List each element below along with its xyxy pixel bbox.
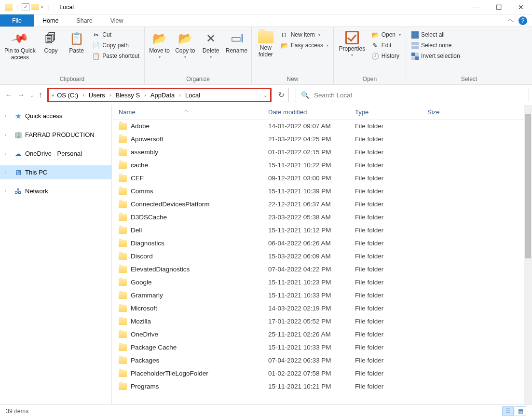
vertical-scrollbar[interactable]	[524, 105, 532, 404]
chevron-right-icon[interactable]: ›	[108, 92, 113, 98]
column-size[interactable]: Size	[427, 108, 485, 116]
breadcrumb-item[interactable]: AppData	[149, 92, 177, 99]
list-item[interactable]: Comms15-11-2021 10:39 PMFile folder	[112, 185, 532, 198]
list-body[interactable]: Adobe14-01-2022 09:07 AMFile folderApowe…	[112, 120, 532, 404]
expand-icon[interactable]: ›	[5, 170, 11, 175]
list-item[interactable]: Packages07-04-2022 06:33 PMFile folder	[112, 354, 532, 367]
list-item[interactable]: Package Cache15-11-2021 10:33 PMFile fol…	[112, 341, 532, 354]
address-dropdown-icon[interactable]: ⌄	[263, 93, 267, 98]
nav-up-button[interactable]: ↑	[39, 91, 42, 99]
list-item[interactable]: Programs15-11-2021 10:21 PMFile folder	[112, 380, 532, 393]
list-item[interactable]: assembly01-01-2022 02:15 PMFile folder	[112, 146, 532, 159]
edit-button[interactable]: ✎Edit	[369, 40, 403, 50]
expand-icon[interactable]: ›	[5, 188, 11, 194]
list-item[interactable]: Dell15-11-2021 10:12 PMFile folder	[112, 224, 532, 237]
tab-file[interactable]: File	[0, 14, 34, 27]
close-button[interactable]: ✕	[510, 0, 532, 14]
column-name[interactable]: Nameヘ	[112, 108, 268, 116]
breadcrumb-item[interactable]: Users	[87, 92, 107, 99]
list-item[interactable]: Grammarly15-11-2021 10:33 PMFile folder	[112, 289, 532, 302]
tree-this-pc[interactable]: ›🖥This PC	[0, 165, 111, 179]
breadcrumb-current[interactable]: Local	[184, 92, 202, 99]
open-button[interactable]: 📂Open▾	[369, 30, 403, 40]
select-none-button[interactable]: Select none	[409, 40, 462, 50]
list-item[interactable]: Adobe14-01-2022 09:07 AMFile folder	[112, 120, 532, 133]
view-icons-button[interactable]: ▦	[515, 406, 526, 416]
chevron-right-icon[interactable]: ›	[177, 92, 183, 98]
cut-button[interactable]: ✂Cut	[90, 30, 141, 40]
expand-icon[interactable]: ›	[5, 113, 11, 119]
ribbon-tabs: File Home Share View へ ?	[0, 14, 532, 27]
breadcrumb-drive[interactable]: OS (C:)	[55, 92, 80, 99]
easy-access-button[interactable]: 📂Easy access▾	[279, 40, 330, 50]
tree-farrad[interactable]: ›🏢FARRAD PRODUCTION	[0, 128, 111, 142]
address-bar[interactable]: « OS (C:) › Users › Blessy S › AppData ›…	[47, 88, 272, 102]
list-item[interactable]: Diagnostics06-04-2022 06:26 AMFile folde…	[112, 237, 532, 250]
list-item[interactable]: cache15-11-2021 10:22 PMFile folder	[112, 159, 532, 172]
tree-onedrive[interactable]: ›☁OneDrive - Personal	[0, 147, 111, 161]
invert-selection-button[interactable]: Invert selection	[409, 51, 462, 61]
scroll-thumb[interactable]	[525, 114, 531, 258]
paste-button[interactable]: 📋 Paste	[65, 29, 88, 56]
tab-share[interactable]: Share	[68, 14, 101, 27]
column-type[interactable]: Type	[355, 108, 427, 116]
help-icon[interactable]: ?	[518, 16, 527, 25]
chevron-right-icon[interactable]: ›	[142, 92, 148, 98]
list-item[interactable]: ElevatedDiagnostics07-04-2022 04:22 PMFi…	[112, 263, 532, 276]
list-item[interactable]: Apowersoft21-03-2022 04:25 PMFile folder	[112, 133, 532, 146]
item-name: Package Cache	[131, 344, 177, 351]
minimize-button[interactable]: ―	[465, 0, 488, 14]
breadcrumb-item[interactable]: Blessy S	[114, 92, 141, 99]
folder-icon	[119, 123, 127, 130]
tab-home[interactable]: Home	[34, 14, 68, 27]
item-type: File folder	[355, 305, 427, 312]
list-item[interactable]: ConnectedDevicesPlatform22-12-2021 06:37…	[112, 198, 532, 211]
expand-icon[interactable]: ›	[5, 151, 11, 156]
list-item[interactable]: Mozilla17-01-2022 05:52 PMFile folder	[112, 315, 532, 328]
nav-history-dropdown[interactable]: ⌄	[30, 93, 34, 98]
nav-back-button[interactable]: ←	[5, 91, 13, 99]
refresh-button[interactable]: ↻	[274, 88, 289, 102]
list-item[interactable]: PlaceholderTileLogoFolder01-02-2022 07:5…	[112, 367, 532, 380]
chevron-right-icon[interactable]: ›	[81, 92, 86, 98]
qat-dropdown-icon[interactable]: ▾	[41, 5, 43, 10]
navigation-tree[interactable]: ›★Quick access ›🏢FARRAD PRODUCTION ›☁One…	[0, 105, 112, 404]
view-details-button[interactable]: ☰	[502, 406, 514, 416]
tab-view[interactable]: View	[102, 14, 133, 27]
tree-network[interactable]: ›🖧Network	[0, 184, 111, 198]
list-item[interactable]: Google15-11-2021 10:23 PMFile folder	[112, 276, 532, 289]
folder-icon	[119, 175, 127, 182]
list-item[interactable]: Discord15-03-2022 06:09 AMFile folder	[112, 250, 532, 263]
maximize-button[interactable]: ☐	[488, 0, 510, 14]
copy-path-button[interactable]: 📄Copy path	[90, 40, 141, 50]
qat-properties-icon[interactable]: ✓	[22, 3, 29, 11]
rename-button[interactable]: ▭IRename	[225, 29, 248, 56]
tree-quick-access[interactable]: ›★Quick access	[0, 109, 111, 123]
item-date: 01-02-2022 07:58 PM	[268, 370, 355, 377]
new-item-button[interactable]: 🗋New item▾	[279, 30, 330, 40]
properties-button[interactable]: Properties▾	[337, 29, 368, 60]
move-to-button[interactable]: 📂Move to▾	[148, 29, 171, 62]
item-type: File folder	[355, 344, 427, 351]
copy-to-button[interactable]: 📂Copy to▾	[173, 29, 197, 62]
pin-to-quick-access-button[interactable]: 📌 Pin to Quick access	[3, 29, 37, 63]
list-item[interactable]: CEF09-12-2021 03:00 PMFile folder	[112, 172, 532, 185]
history-button[interactable]: 🕘History	[369, 51, 403, 61]
item-date: 17-01-2022 05:52 PM	[268, 318, 355, 325]
list-item[interactable]: Microsoft14-03-2022 02:19 PMFile folder	[112, 302, 532, 315]
list-item[interactable]: D3DSCache23-03-2022 05:38 AMFile folder	[112, 211, 532, 224]
qat-folder-icon[interactable]	[31, 4, 39, 10]
delete-button[interactable]: ✕Delete▾	[199, 29, 222, 62]
collapse-ribbon-icon[interactable]: へ	[508, 16, 514, 25]
column-date[interactable]: Date modified	[268, 108, 355, 116]
nav-forward-button[interactable]: →	[17, 91, 25, 99]
select-all-button[interactable]: Select all	[409, 30, 462, 40]
new-folder-button[interactable]: New folder	[255, 29, 277, 60]
copy-button[interactable]: 🗐 Copy	[39, 29, 63, 56]
breadcrumb-overflow-icon[interactable]: «	[52, 92, 55, 98]
paste-shortcut-button[interactable]: 📋Paste shortcut	[90, 51, 141, 61]
search-input[interactable]: 🔍 Search Local	[296, 88, 529, 102]
list-item[interactable]: OneDrive25-11-2021 02:26 AMFile folder	[112, 328, 532, 341]
label: New folder	[256, 44, 276, 58]
expand-icon[interactable]: ›	[5, 132, 11, 137]
